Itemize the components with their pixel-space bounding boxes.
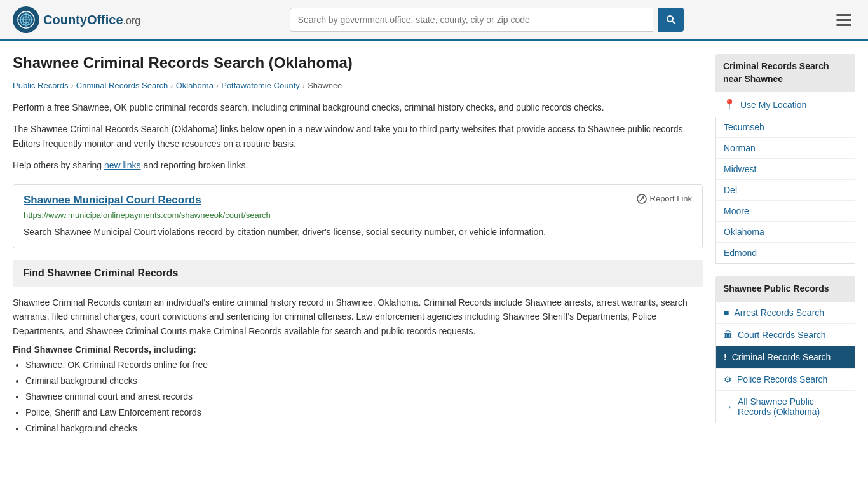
site-header: CountyOffice.org [0, 0, 868, 41]
find-section-title: Find Shawnee Criminal Records [23, 268, 693, 279]
page-title: Shawnee Criminal Records Search (Oklahom… [13, 54, 703, 72]
sidebar-link-midwest[interactable]: Midwest [716, 159, 855, 179]
list-item: Oklahoma [716, 222, 855, 243]
list-item: Shawnee, OK Criminal Records online for … [25, 358, 703, 372]
find-list: Shawnee, OK Criminal Records online for … [13, 358, 703, 435]
sidebar-nearby-section: Criminal Records Search near Shawnee 📍 U… [715, 54, 855, 264]
arrest-records-icon: ■ [724, 308, 729, 318]
criminal-records-icon: ! [724, 352, 727, 362]
police-records-icon: ⚙ [724, 374, 732, 384]
logo-area: CountyOffice.org [13, 6, 140, 33]
record-card-header: Shawnee Municipal Court Records Report L… [24, 194, 692, 207]
search-input[interactable] [290, 8, 653, 32]
description-1: Perform a free Shawnee, OK public crimin… [13, 100, 703, 114]
record-card: Shawnee Municipal Court Records Report L… [13, 184, 703, 248]
sidebar-link-court-records[interactable]: 🏛 Court Records Search [716, 324, 855, 346]
svg-point-6 [667, 16, 673, 22]
hamburger-line [836, 24, 851, 26]
court-records-icon: 🏛 [724, 330, 733, 340]
use-my-location-link[interactable]: Use My Location [740, 100, 806, 110]
find-section-header: Find Shawnee Criminal Records [13, 260, 703, 287]
sidebar-link-oklahoma[interactable]: Oklahoma [716, 222, 855, 242]
logo-suffix: .org [123, 15, 141, 26]
list-item: Tecumseh [716, 117, 855, 138]
main-content: Shawnee Criminal Records Search (Oklahom… [13, 54, 703, 438]
list-item: Midwest [716, 159, 855, 180]
sidebar-item-court-records: 🏛 Court Records Search [716, 324, 855, 346]
new-links-link[interactable]: new links [104, 160, 141, 170]
list-item: Norman [716, 138, 855, 159]
sidebar-link-del[interactable]: Del [716, 180, 855, 200]
all-records-icon: → [724, 402, 733, 412]
report-icon [637, 194, 647, 204]
description-2: The Shawnee Criminal Records Search (Okl… [13, 122, 703, 151]
breadcrumb: Public Records › Criminal Records Search… [13, 81, 703, 90]
sidebar-link-arrest-records[interactable]: ■ Arrest Records Search [716, 302, 855, 323]
list-item: Shawnee criminal court and arrest record… [25, 390, 703, 403]
breadcrumb-shawnee: Shawnee [308, 81, 342, 90]
svg-line-7 [672, 21, 675, 24]
sidebar-link-moore[interactable]: Moore [716, 201, 855, 221]
logo-icon [13, 6, 39, 33]
sidebar-link-police-records[interactable]: ⚙ Police Records Search [716, 369, 855, 390]
breadcrumb-criminal-records-search[interactable]: Criminal Records Search [76, 81, 168, 90]
search-area [290, 8, 684, 32]
list-item: Criminal background checks [25, 374, 703, 388]
use-my-location-button[interactable]: 📍 Use My Location [715, 92, 855, 117]
sidebar-public-records-heading: Shawnee Public Records [715, 276, 855, 302]
sidebar-nearby-heading: Criminal Records Search near Shawnee [715, 54, 855, 92]
sidebar: Criminal Records Search near Shawnee 📍 U… [715, 54, 855, 438]
breadcrumb-public-records[interactable]: Public Records [13, 81, 68, 90]
search-button[interactable] [658, 8, 684, 32]
sidebar-link-norman[interactable]: Norman [716, 138, 855, 158]
sidebar-public-records-list: ■ Arrest Records Search 🏛 Court Records … [715, 302, 855, 423]
sidebar-item-police-records: ⚙ Police Records Search [716, 369, 855, 391]
hamburger-button[interactable] [832, 10, 855, 30]
sidebar-public-records-section: Shawnee Public Records ■ Arrest Records … [715, 276, 855, 423]
logo-text: CountyOffice.org [43, 13, 140, 27]
sidebar-link-all-records[interactable]: → All Shawnee Public Records (Oklahoma) [716, 391, 855, 423]
breadcrumb-pottawatomie[interactable]: Pottawatomie County [221, 81, 300, 90]
record-description: Search Shawnee Municipal Court violation… [24, 225, 692, 239]
page-container: Shawnee Criminal Records Search (Oklahom… [0, 41, 868, 451]
record-url: https://www.municipalonlinepayments.com/… [24, 210, 692, 220]
sidebar-item-arrest-records: ■ Arrest Records Search [716, 302, 855, 324]
record-title[interactable]: Shawnee Municipal Court Records [24, 194, 201, 207]
sidebar-item-criminal-records: ! Criminal Records Search [716, 346, 855, 369]
sidebar-nearby-links: Tecumseh Norman Midwest Del Moore Oklaho… [715, 117, 855, 264]
sidebar-link-criminal-records[interactable]: ! Criminal Records Search [716, 346, 855, 368]
hamburger-line [836, 19, 851, 21]
breadcrumb-oklahoma[interactable]: Oklahoma [176, 81, 214, 90]
find-subheading: Find Shawnee Criminal Records, including… [13, 344, 703, 355]
sidebar-link-tecumseh[interactable]: Tecumseh [716, 117, 855, 137]
list-item: Criminal background checks [25, 422, 703, 435]
sidebar-link-edmond[interactable]: Edmond [716, 243, 855, 263]
report-link[interactable]: Report Link [637, 194, 692, 204]
list-item: Edmond [716, 243, 855, 263]
location-pin-icon: 📍 [723, 98, 736, 111]
sidebar-item-all-records: → All Shawnee Public Records (Oklahoma) [716, 391, 855, 423]
list-item: Del [716, 180, 855, 201]
list-item: Police, Sheriff and Law Enforcement reco… [25, 406, 703, 419]
hamburger-line [836, 14, 851, 16]
find-description: Shawnee Criminal Records contain an indi… [13, 295, 703, 338]
list-item: Moore [716, 201, 855, 222]
description-3: Help others by sharing new links and rep… [13, 158, 703, 172]
